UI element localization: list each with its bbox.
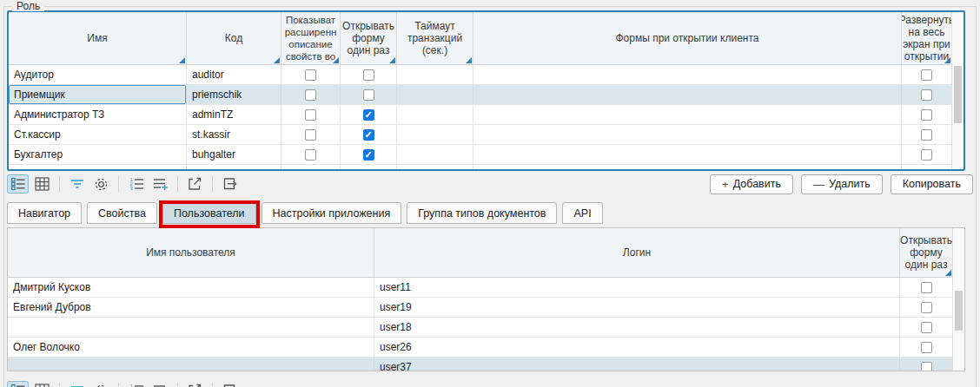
delete-button[interactable]: — Удалить: [801, 174, 883, 194]
cell[interactable]: [397, 165, 473, 169]
cell[interactable]: [8, 357, 374, 371]
column-header[interactable]: Формы при открытии клиента: [473, 12, 902, 64]
list-view-icon[interactable]: [7, 381, 29, 387]
table-row[interactable]: user37: [8, 357, 952, 371]
numbered-list-icon[interactable]: 123: [125, 174, 147, 194]
table-row[interactable]: Олег Волочкоuser26: [8, 338, 952, 357]
cell[interactable]: Аудитор: [9, 65, 187, 84]
checkbox[interactable]: [305, 69, 316, 81]
table-row[interactable]: Дмитрий Кусковuser11: [8, 278, 952, 298]
cell[interactable]: [281, 85, 341, 104]
cell[interactable]: [900, 318, 952, 337]
cell[interactable]: [397, 125, 473, 144]
cell[interactable]: [8, 318, 374, 337]
column-header[interactable]: Код: [187, 12, 281, 64]
cell[interactable]: user37: [374, 357, 900, 371]
open-external-icon[interactable]: [184, 174, 206, 194]
scrollbar-thumb[interactable]: [955, 291, 963, 331]
table-row[interactable]: Зав.производствомzav.proizvВыйти: [9, 165, 951, 169]
cell[interactable]: [473, 65, 902, 84]
grid-view-icon[interactable]: [31, 381, 53, 387]
list-view-icon[interactable]: [7, 174, 29, 194]
checkbox[interactable]: [305, 109, 316, 121]
table-row[interactable]: Аудиторauditor: [9, 65, 951, 85]
cell[interactable]: Дмитрий Кусков: [8, 278, 374, 297]
cell[interactable]: [902, 145, 951, 164]
cell[interactable]: [902, 105, 951, 124]
column-header[interactable]: Открывать форму один раз: [341, 12, 397, 64]
table-row[interactable]: user18: [8, 318, 952, 338]
cell[interactable]: user11: [374, 278, 900, 297]
cell[interactable]: Ст.кассир: [9, 125, 187, 144]
cell[interactable]: [473, 145, 902, 164]
tab-users[interactable]: Пользователи: [162, 202, 256, 224]
cell[interactable]: [902, 165, 951, 169]
cell[interactable]: user19: [374, 298, 900, 317]
cell[interactable]: [281, 105, 341, 124]
cell[interactable]: Бухгалтер: [9, 145, 187, 164]
cell[interactable]: [341, 85, 397, 104]
cell[interactable]: [397, 65, 473, 84]
numbered-list-icon[interactable]: 123: [125, 381, 147, 387]
grid-view-icon[interactable]: [31, 174, 53, 194]
cell[interactable]: zav.proizv: [187, 165, 281, 169]
column-header[interactable]: Имя пользователя: [8, 228, 374, 277]
checkbox[interactable]: [363, 169, 374, 170]
checkbox[interactable]: [363, 129, 374, 141]
cell[interactable]: [902, 125, 951, 144]
cell[interactable]: [900, 298, 952, 317]
cell[interactable]: [281, 65, 341, 84]
table-row[interactable]: Ст.кассирst.kassir: [9, 125, 951, 145]
column-header[interactable]: Открывать форму один раз: [900, 228, 952, 277]
checkbox[interactable]: [305, 149, 316, 161]
add-button[interactable]: + Добавить: [710, 174, 793, 194]
cell[interactable]: adminTZ: [187, 105, 281, 124]
cell[interactable]: [900, 338, 952, 357]
cell[interactable]: Выйти: [473, 165, 902, 169]
cell[interactable]: priemschik: [187, 85, 281, 104]
checkbox[interactable]: [921, 169, 932, 170]
table-row[interactable]: Администратор ТЗadminTZ: [9, 105, 951, 125]
column-header[interactable]: Развернуть на весь экран при открытии: [902, 12, 951, 64]
cell[interactable]: [900, 278, 952, 297]
column-header[interactable]: Логин: [374, 228, 900, 277]
checkbox[interactable]: [305, 89, 316, 101]
cell[interactable]: auditor: [187, 65, 281, 84]
cell[interactable]: [473, 125, 902, 144]
checkbox[interactable]: [921, 282, 932, 293]
cell[interactable]: [341, 125, 397, 144]
cell[interactable]: [341, 165, 397, 169]
cell[interactable]: [473, 105, 902, 124]
cell[interactable]: [900, 357, 952, 371]
cell[interactable]: [341, 105, 397, 124]
column-header[interactable]: Имя: [9, 12, 187, 64]
refresh-icon[interactable]: [219, 381, 241, 387]
checkbox[interactable]: [363, 69, 374, 81]
table-row[interactable]: Приемщикpriemschik: [9, 85, 951, 105]
table-row[interactable]: Евгений Дубровuser19: [8, 298, 952, 318]
copy-button[interactable]: Копировать: [891, 174, 973, 194]
cell[interactable]: [281, 165, 341, 169]
roles-table-scrollbar[interactable]: [951, 12, 963, 169]
add-to-list-icon[interactable]: [149, 174, 171, 194]
checkbox[interactable]: [921, 342, 932, 353]
checkbox[interactable]: [921, 302, 932, 313]
settings-gear-icon[interactable]: [90, 381, 112, 387]
cell[interactable]: user26: [374, 338, 900, 357]
tab-api[interactable]: API: [562, 202, 602, 224]
settings-gear-icon[interactable]: [90, 174, 112, 194]
cell[interactable]: [341, 65, 397, 84]
checkbox[interactable]: [363, 149, 374, 161]
checkbox[interactable]: [363, 109, 374, 121]
checkbox[interactable]: [921, 362, 932, 371]
add-to-list-icon[interactable]: [149, 381, 171, 387]
refresh-icon[interactable]: [219, 174, 241, 194]
cell[interactable]: [397, 145, 473, 164]
filter-icon[interactable]: [66, 174, 88, 194]
table-row[interactable]: Бухгалтерbuhgalter: [9, 145, 951, 165]
filter-icon[interactable]: [66, 381, 88, 387]
checkbox[interactable]: [921, 109, 932, 121]
cell[interactable]: buhgalter: [187, 145, 281, 164]
checkbox[interactable]: [921, 322, 932, 333]
open-external-icon[interactable]: [184, 381, 206, 387]
